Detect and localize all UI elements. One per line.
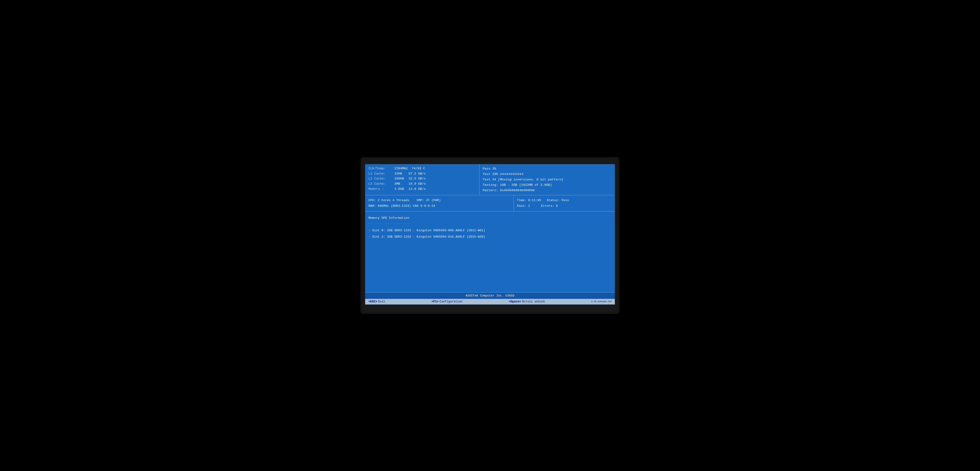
pass-errors-row: Pass: 1 Errors: 0 bbox=[517, 203, 612, 209]
pattern-value: 0x4040404040404040 bbox=[500, 188, 535, 193]
l2-cache-label: L2 Cache: bbox=[368, 176, 395, 181]
top-section: CLK/Temp: 2294MHz 74/83 C L1 Cache: 32KB… bbox=[365, 164, 615, 196]
ram-row: RAM: 666MHz (DDR3-1333) CAS 9-9-9-24 bbox=[368, 203, 510, 209]
main-content: CLK/Temp: 2294MHz 74/83 C L1 Cache: 32KB… bbox=[365, 164, 615, 299]
pattern-row: Pattern: 0x4040404040404040 bbox=[483, 188, 612, 193]
version-info: 6.20.unknown.x64 bbox=[591, 301, 612, 303]
l2-cache-speed: 32.5 GB/s bbox=[409, 176, 426, 181]
l1-cache-speed: 67.2 GB/s bbox=[409, 171, 426, 177]
errors-count: 0 bbox=[556, 203, 558, 209]
pass-count: 1 bbox=[528, 203, 530, 209]
time-status-row: Time: 0:11:05 Status: Pass bbox=[517, 197, 612, 203]
cache-info-panel: CLK/Temp: 2294MHz 74/83 C L1 Cache: 32KB… bbox=[365, 164, 479, 195]
test-type-row: Test #4 [Moving inversions, 8 bit patter… bbox=[483, 177, 612, 182]
l3-cache-row: L3 Cache: 3MB 18.9 GB/s bbox=[368, 181, 476, 186]
pass-label: Pass bbox=[483, 166, 490, 172]
monitor-bezel: CLK/Temp: 2294MHz 74/83 C L1 Cache: 32KB… bbox=[360, 157, 620, 314]
testing-label: Testing: bbox=[483, 182, 498, 188]
testing-range: 1GB - 2GB [1022MB of 3.9GB] bbox=[500, 182, 552, 188]
l1-cache-label: L1 Cache: bbox=[368, 171, 395, 177]
spd-slot0: - Slot 0: 2GB DDR3-1333 - Kingston 99054… bbox=[368, 228, 612, 234]
test-progress-panel: Pass 2% Test 29% ########### Test #4 bbox=[479, 164, 615, 195]
space-key: <Space> bbox=[509, 300, 521, 303]
keys-bar: <ESC> Exit <F1> Configuration <Space> Sc… bbox=[365, 299, 615, 304]
test-type-desc: [Moving inversions, 8 bit pattern] bbox=[498, 177, 563, 182]
status-label: Status: bbox=[547, 197, 560, 203]
status-panel: Time: 0:11:05 Status: Pass Pass: 1 bbox=[514, 195, 615, 211]
testing-range-row: Testing: 1GB - 2GB [1022MB of 3.9GB] bbox=[483, 182, 612, 188]
f1-key: <F1> bbox=[431, 300, 439, 303]
spd-title: Memory SPD Information bbox=[368, 215, 612, 221]
memory-row: Memory : 3.9GB 12.8 GB/s bbox=[368, 186, 476, 192]
f1-label: Configuration bbox=[439, 300, 463, 303]
spd-section: Memory SPD Information -----------------… bbox=[365, 212, 615, 292]
esc-label: Exit bbox=[378, 300, 385, 303]
cpu-ram-section: CPU: 2 Cores 4 Threads SMP: 4T (PAR) RAM… bbox=[365, 195, 615, 211]
cpu-ram-panel: CPU: 2 Cores 4 Threads SMP: 4T (PAR) RAM… bbox=[365, 195, 514, 211]
pass-percent: 2% bbox=[492, 166, 496, 172]
status-value: Pass bbox=[562, 197, 569, 203]
l2-cache-row: L2 Cache: 256KB 32.5 GB/s bbox=[368, 176, 476, 181]
cpu-label: CPU: bbox=[368, 197, 376, 203]
memory-label: Memory : bbox=[368, 186, 395, 192]
memory-speed: 12.8 GB/s bbox=[409, 186, 426, 192]
l1-cache-row: L1 Cache: 32KB 67.2 GB/s bbox=[368, 171, 476, 177]
esc-key: <ESC> bbox=[368, 300, 377, 303]
cpu-value: 2 Cores 4 Threads bbox=[378, 197, 409, 203]
test-label: Test bbox=[483, 172, 490, 177]
clk-temp-value: 2294MHz 74/83 C bbox=[395, 166, 425, 171]
f1-hint: <F1> Configuration bbox=[431, 300, 463, 303]
version-text: 6.20.unknown.x64 bbox=[591, 301, 612, 303]
time-label: Time: bbox=[517, 197, 526, 203]
clk-temp-label: CLK/Temp: bbox=[368, 166, 395, 171]
spd-divider: ------------------------------ bbox=[368, 221, 612, 226]
clk-temp-row: CLK/Temp: 2294MHz 74/83 C bbox=[368, 166, 476, 171]
pattern-label: Pattern: bbox=[483, 188, 498, 193]
space-hint: <Space> Scroll unlock bbox=[509, 300, 545, 303]
pass-row: Pass 2% bbox=[483, 166, 612, 172]
ram-label: RAM: bbox=[368, 203, 376, 209]
memtest-screen: CLK/Temp: 2294MHz 74/83 C L1 Cache: 32KB… bbox=[365, 164, 615, 304]
cpu-row: CPU: 2 Cores 4 Threads SMP: 4T (PAR) bbox=[368, 197, 510, 203]
l1-cache-size: 32KB bbox=[395, 171, 409, 177]
time-value: 0:11:05 bbox=[528, 197, 541, 203]
space-label: Scroll unlock bbox=[522, 300, 545, 303]
test-num-label: Test #4 bbox=[483, 177, 496, 182]
errors-label: Errors: bbox=[541, 203, 554, 209]
test-hash-bar: ########### bbox=[500, 172, 524, 177]
esc-hint: <ESC> Exit bbox=[368, 300, 385, 303]
l2-cache-size: 256KB bbox=[395, 176, 409, 181]
test-progress-row: Test 29% ########### bbox=[483, 172, 612, 177]
l3-cache-size: 3MB bbox=[395, 181, 409, 186]
spd-slot2: - Slot 2: 2GB DDR3-1333 - Kingston 99055… bbox=[368, 234, 612, 240]
ram-value: 666MHz (DDR3-1333) CAS 9-9-9-24 bbox=[378, 203, 435, 209]
pass-count-label: Pass: bbox=[517, 203, 526, 209]
smp-value: 4T (PAR) bbox=[426, 197, 441, 203]
memory-size: 3.9GB bbox=[395, 186, 409, 192]
manufacturer-text: ASUSTeK Computer Inc. U36SD bbox=[466, 294, 514, 298]
smp-label: SMP: bbox=[417, 197, 424, 203]
manufacturer-bar: ASUSTeK Computer Inc. U36SD bbox=[365, 292, 615, 299]
l3-cache-label: L3 Cache: bbox=[368, 181, 395, 186]
l3-cache-speed: 18.9 GB/s bbox=[409, 181, 426, 186]
test-percent: 29% bbox=[492, 172, 498, 177]
